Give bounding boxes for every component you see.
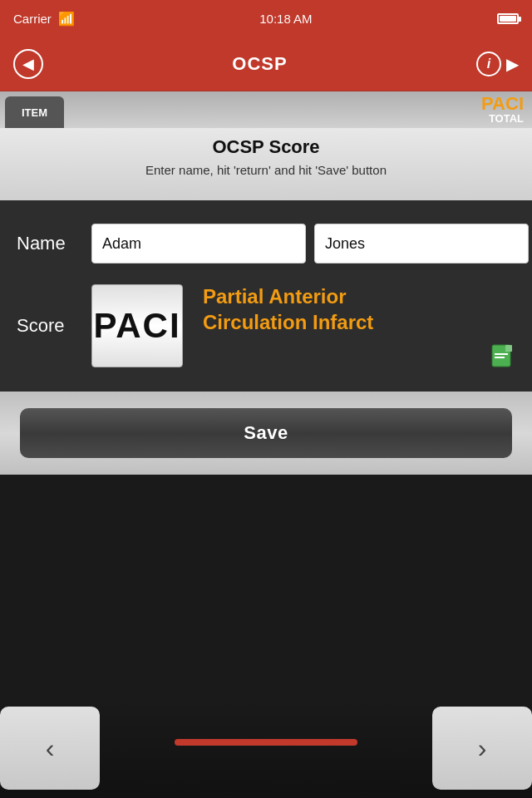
name-inputs — [91, 224, 529, 264]
battery-icon — [497, 13, 519, 24]
dark-area — [0, 475, 532, 624]
svg-rect-2 — [495, 357, 505, 358]
name-label: Name — [17, 233, 91, 254]
first-name-input[interactable] — [91, 224, 306, 264]
carrier-label: Carrier — [13, 12, 52, 26]
left-arrow-icon: ‹ — [46, 733, 55, 764]
save-section: Save — [0, 392, 532, 475]
score-description: Partial Anterior Circulation Infarct — [203, 283, 515, 368]
bottom-center — [100, 739, 432, 757]
score-value: PACI — [93, 306, 180, 346]
status-left: Carrier 📶 — [13, 11, 75, 27]
svg-rect-1 — [495, 353, 508, 355]
last-name-input[interactable] — [314, 224, 529, 264]
export-icon[interactable] — [490, 343, 515, 368]
status-time: 10:18 AM — [259, 12, 312, 26]
nav-bar: ◀ OCSP i ▶ — [0, 37, 532, 91]
score-desc-line1: Partial Anterior Circulation Infarct — [203, 283, 373, 335]
back-arrow-icon: ◀ — [13, 49, 43, 79]
tab-bar: ITEM PACI TOTAL — [0, 91, 532, 128]
status-right — [497, 13, 519, 24]
score-subtitle: Enter name, hit 'return' and hit 'Save' … — [0, 163, 532, 177]
svg-rect-4 — [505, 345, 512, 352]
content-panel: OCSP Score Enter name, hit 'return' and … — [0, 128, 532, 200]
right-arrow-icon: › — [478, 733, 487, 764]
forward-arrow-icon: ▶ — [506, 54, 519, 74]
score-label: Score — [17, 315, 91, 337]
score-row: Score PACI Partial Anterior Circulation … — [17, 283, 515, 368]
scroll-indicator — [175, 739, 357, 746]
nav-title: OCSP — [232, 53, 287, 75]
wifi-icon: 📶 — [58, 11, 75, 27]
tab-item-label: ITEM — [22, 106, 47, 119]
info-icon[interactable]: i — [476, 52, 501, 76]
bottom-nav: ‹ › — [0, 698, 532, 798]
back-button[interactable]: ◀ — [13, 49, 43, 79]
status-bar: Carrier 📶 10:18 AM — [0, 0, 532, 37]
nav-right[interactable]: i ▶ — [476, 52, 519, 76]
form-area: Name Score PACI Partial Anterior Circula… — [0, 200, 532, 392]
name-row: Name — [17, 224, 515, 264]
save-button[interactable]: Save — [20, 408, 512, 458]
score-title: OCSP Score — [0, 136, 532, 158]
next-button[interactable]: › — [432, 707, 532, 790]
prev-button[interactable]: ‹ — [0, 707, 100, 790]
tab-total-label: TOTAL — [489, 112, 524, 125]
tab-item[interactable]: ITEM — [5, 96, 64, 128]
score-box: PACI — [91, 284, 183, 367]
